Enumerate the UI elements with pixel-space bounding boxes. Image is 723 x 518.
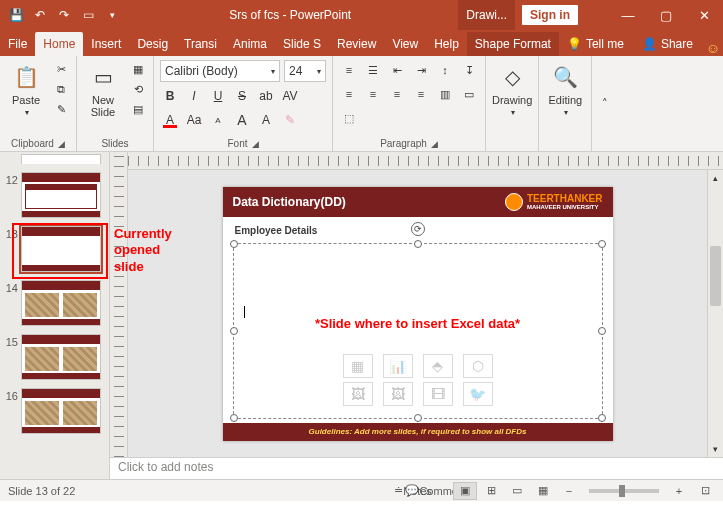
line-spacing-button[interactable]: ↕ — [435, 60, 455, 80]
resize-handle[interactable] — [230, 240, 238, 248]
paste-button[interactable]: 📋 Paste ▾ — [6, 60, 46, 136]
text-direction-button[interactable]: ↧ — [459, 60, 479, 80]
start-from-beginning-icon[interactable]: ▭ — [78, 5, 98, 25]
tab-view[interactable]: View — [384, 32, 426, 56]
thumb-slide-15[interactable] — [21, 334, 101, 380]
font-launcher-icon[interactable]: ◢ — [252, 139, 259, 149]
bullets-button[interactable]: ≡ — [339, 60, 359, 80]
resize-handle[interactable] — [598, 240, 606, 248]
normal-view-icon[interactable]: ▣ — [453, 482, 477, 500]
font-color-button[interactable]: A — [160, 110, 180, 130]
tab-animations[interactable]: Anima — [225, 32, 275, 56]
resize-handle[interactable] — [598, 414, 606, 422]
tab-home[interactable]: Home — [35, 32, 83, 56]
zoom-slider[interactable] — [589, 489, 659, 493]
slide[interactable]: Data Dictionary(DD) TEERTHANKERMAHAVEER … — [223, 187, 613, 441]
copy-icon[interactable]: ⧉ — [52, 80, 70, 98]
columns-button[interactable]: ▥ — [435, 84, 455, 104]
thumb-slide-12[interactable] — [21, 172, 101, 218]
decrease-indent-button[interactable]: ⇤ — [387, 60, 407, 80]
zoom-out-button[interactable]: − — [557, 482, 581, 500]
qat-customize-icon[interactable]: ▾ — [102, 5, 122, 25]
slide-canvas[interactable]: Data Dictionary(DD) TEERTHANKERMAHAVEER … — [128, 170, 707, 457]
format-painter-icon[interactable]: ✎ — [52, 100, 70, 118]
thumb-slide-14[interactable] — [21, 280, 101, 326]
close-icon[interactable]: ✕ — [685, 0, 723, 30]
editing-button[interactable]: 🔍 Editing ▾ — [545, 60, 585, 147]
resize-handle[interactable] — [414, 414, 422, 422]
maximize-icon[interactable]: ▢ — [647, 0, 685, 30]
align-right-button[interactable]: ≡ — [387, 84, 407, 104]
paragraph-launcher-icon[interactable]: ◢ — [431, 139, 438, 149]
notes-pane[interactable]: Click to add notes — [110, 457, 723, 479]
tab-review[interactable]: Review — [329, 32, 384, 56]
justify-button[interactable]: ≡ — [411, 84, 431, 104]
insert-icon-icon[interactable]: 🐦 — [463, 382, 493, 406]
convert-smartart-button[interactable]: ⬚ — [339, 108, 359, 128]
save-icon[interactable]: 💾 — [6, 5, 26, 25]
shadow-button[interactable]: ab — [256, 86, 276, 106]
italic-button[interactable]: I — [184, 86, 204, 106]
rotate-handle[interactable]: ⟳ — [411, 222, 425, 236]
insert-picture-icon[interactable]: 🖼 — [343, 382, 373, 406]
underline-button[interactable]: U — [208, 86, 228, 106]
tab-design[interactable]: Desig — [129, 32, 176, 56]
insert-smartart-icon[interactable]: ⬘ — [423, 354, 453, 378]
numbering-button[interactable]: ☰ — [363, 60, 383, 80]
insert-3d-icon[interactable]: ⬡ — [463, 354, 493, 378]
tab-insert[interactable]: Insert — [83, 32, 129, 56]
zoom-in-button[interactable]: + — [667, 482, 691, 500]
resize-handle[interactable] — [230, 327, 238, 335]
reset-icon[interactable]: ⟲ — [129, 80, 147, 98]
tab-transitions[interactable]: Transi — [176, 32, 225, 56]
feedback-icon[interactable]: ☺ — [703, 40, 723, 56]
vertical-scrollbar[interactable]: ▴ ▾ — [707, 170, 723, 457]
clipboard-launcher-icon[interactable]: ◢ — [58, 139, 65, 149]
scroll-down-icon[interactable]: ▾ — [713, 441, 718, 457]
share-button[interactable]: 👤Share — [632, 32, 703, 56]
scrollbar-thumb[interactable] — [710, 246, 721, 306]
slide-thumbnails[interactable]: 12 13 14 15 16 — [0, 152, 110, 479]
bold-button[interactable]: B — [160, 86, 180, 106]
content-placeholder[interactable]: ⟳ *Slide where to insert Excel data* ▦ 📊… — [233, 243, 603, 419]
insert-chart-icon[interactable]: 📊 — [383, 354, 413, 378]
fit-to-window-icon[interactable]: ⊡ — [693, 482, 717, 500]
align-left-button[interactable]: ≡ — [339, 84, 359, 104]
tab-shape-format[interactable]: Shape Format — [467, 32, 559, 56]
clear-formatting-button[interactable]: A — [208, 110, 228, 130]
decrease-font-button[interactable]: A — [256, 110, 276, 130]
scroll-up-icon[interactable]: ▴ — [713, 170, 718, 186]
thumb-slide-13[interactable] — [21, 226, 101, 272]
insert-video-icon[interactable]: 🎞 — [423, 382, 453, 406]
strikethrough-button[interactable]: S — [232, 86, 252, 106]
slideshow-view-icon[interactable]: ▦ — [531, 482, 555, 500]
thumb-slide-16[interactable] — [21, 388, 101, 434]
character-spacing-button[interactable]: AV — [280, 86, 300, 106]
cut-icon[interactable]: ✂ — [52, 60, 70, 78]
insert-online-picture-icon[interactable]: 🖼 — [383, 382, 413, 406]
tab-slideshow[interactable]: Slide S — [275, 32, 329, 56]
align-text-button[interactable]: ▭ — [459, 84, 479, 104]
insert-table-icon[interactable]: ▦ — [343, 354, 373, 378]
resize-handle[interactable] — [230, 414, 238, 422]
change-case-button[interactable]: Aa — [184, 110, 204, 130]
section-icon[interactable]: ▤ — [129, 100, 147, 118]
comments-toggle[interactable]: 💬 Comments — [427, 482, 451, 500]
new-slide-button[interactable]: ▭ New Slide — [83, 60, 123, 136]
collapse-ribbon-icon[interactable]: ˄ — [591, 56, 617, 151]
resize-handle[interactable] — [598, 327, 606, 335]
align-center-button[interactable]: ≡ — [363, 84, 383, 104]
layout-icon[interactable]: ▦ — [129, 60, 147, 78]
tell-me[interactable]: 💡Tell me — [559, 32, 632, 56]
font-size-select[interactable]: 24▾ — [284, 60, 326, 82]
drawing-button[interactable]: ◇ Drawing ▾ — [492, 60, 532, 147]
highlight-button[interactable]: ✎ — [280, 110, 300, 130]
increase-indent-button[interactable]: ⇥ — [411, 60, 431, 80]
redo-icon[interactable]: ↷ — [54, 5, 74, 25]
reading-view-icon[interactable]: ▭ — [505, 482, 529, 500]
increase-font-button[interactable]: A — [232, 110, 252, 130]
resize-handle[interactable] — [414, 240, 422, 248]
font-name-select[interactable]: Calibri (Body)▾ — [160, 60, 280, 82]
minimize-icon[interactable]: — — [609, 0, 647, 30]
tab-file[interactable]: File — [0, 32, 35, 56]
